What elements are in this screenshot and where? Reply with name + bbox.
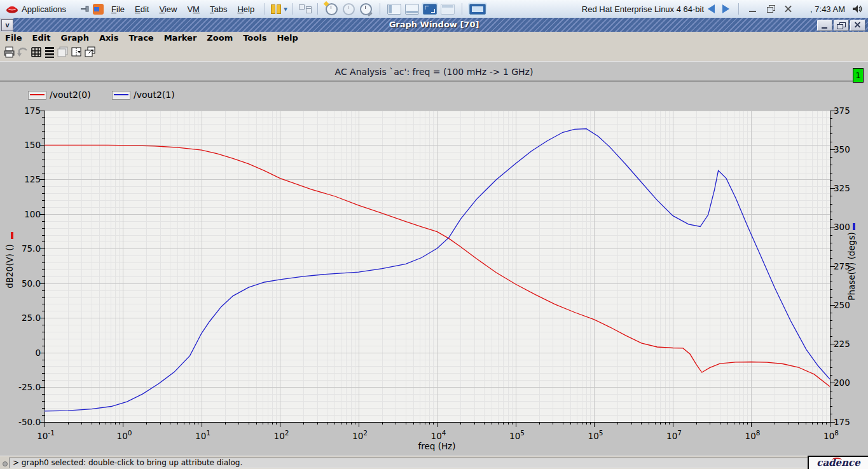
menu-tools[interactable]: Tools bbox=[243, 33, 266, 43]
vm-menubar: FileEditViewVMTabsHelp bbox=[106, 4, 259, 14]
menu-edit[interactable]: Edit bbox=[32, 33, 51, 43]
svg-text:0: 0 bbox=[35, 348, 41, 358]
speaker-icon[interactable] bbox=[851, 4, 863, 14]
window-minimize-button[interactable] bbox=[817, 20, 832, 31]
minimize-icon[interactable] bbox=[747, 4, 759, 14]
menu-zoom[interactable]: Zoom bbox=[207, 33, 233, 43]
vm-menu-tabs[interactable]: Tabs bbox=[210, 4, 227, 14]
grid-icon[interactable] bbox=[29, 45, 43, 58]
window-toolbar: Label bbox=[0, 43, 868, 62]
strips-icon[interactable] bbox=[43, 45, 56, 58]
split-view-icon[interactable] bbox=[70, 45, 83, 58]
title-separator bbox=[0, 81, 853, 81]
workspaces-icon[interactable] bbox=[298, 4, 312, 13]
vm-menu-edit[interactable]: Edit bbox=[135, 4, 149, 14]
redhat-icon[interactable] bbox=[5, 4, 19, 14]
pause-icon[interactable]: ▾ bbox=[270, 4, 287, 14]
new-window-icon[interactable] bbox=[83, 45, 97, 58]
svg-text:Phase(V) (degs): Phase(V) (degs) bbox=[846, 232, 857, 300]
svg-text:10-1: 10-1 bbox=[37, 429, 55, 441]
revert-snapshot-icon[interactable] bbox=[343, 3, 355, 15]
taskbar-clock: , 7:43 AM bbox=[810, 4, 845, 14]
status-handle-icon bbox=[3, 461, 8, 466]
graph-panel[interactable]: 17515012510075.050.025.00-25.0-50.037535… bbox=[0, 61, 868, 456]
window-maximize-button[interactable] bbox=[834, 20, 849, 31]
statusbar: > graph0 selected: double-click to bring… bbox=[0, 456, 868, 469]
legend-label: /vout2(1) bbox=[134, 90, 175, 100]
legend-swatch-0 bbox=[28, 91, 46, 100]
svg-text:150: 150 bbox=[24, 140, 41, 150]
pin-icon[interactable] bbox=[80, 4, 90, 13]
svg-text:50.0: 50.0 bbox=[22, 278, 41, 289]
menu-graph[interactable]: Graph bbox=[60, 33, 88, 43]
applications-menu[interactable]: Applications bbox=[22, 4, 66, 14]
status-message: > graph0 selected: double-click to bring… bbox=[9, 458, 809, 468]
window-close-button[interactable] bbox=[850, 20, 865, 31]
restore-icon[interactable] bbox=[764, 4, 777, 14]
cadence-logo: cadence bbox=[808, 456, 868, 469]
window-menubar: FileEditGraphAxisTraceMarkerZoomToolsHel… bbox=[0, 32, 868, 44]
svg-text:175: 175 bbox=[24, 105, 41, 116]
window-titlebar[interactable]: v Graph Window [70] bbox=[0, 18, 868, 32]
subwindow-badge[interactable]: 1 bbox=[853, 68, 864, 83]
window-title: Graph Window [70] bbox=[0, 20, 868, 29]
menu-help[interactable]: Help bbox=[277, 33, 298, 43]
svg-text:25.0: 25.0 bbox=[22, 313, 41, 323]
take-snapshot-icon[interactable] bbox=[326, 3, 338, 15]
svg-text:105: 105 bbox=[509, 429, 525, 441]
svg-text:-50.0: -50.0 bbox=[18, 417, 41, 427]
vmware-icon[interactable] bbox=[93, 4, 104, 15]
close-icon[interactable] bbox=[782, 4, 795, 14]
show-sidebar-icon[interactable] bbox=[387, 4, 401, 15]
plot-area[interactable]: 17515012510075.050.025.00-25.0-50.037535… bbox=[0, 62, 868, 456]
svg-text:104: 104 bbox=[431, 429, 446, 441]
vm-menu-file[interactable]: File bbox=[111, 4, 125, 14]
screen: Applications FileEditViewVMTabsHelp ▾ Re… bbox=[0, 0, 868, 469]
vm-menu-help[interactable]: Help bbox=[237, 4, 254, 14]
svg-text:125: 125 bbox=[24, 174, 41, 184]
svg-text:225: 225 bbox=[834, 339, 850, 349]
menu-file[interactable]: File bbox=[5, 33, 22, 43]
svg-text:107: 107 bbox=[666, 429, 682, 441]
svg-text:100: 100 bbox=[117, 429, 132, 441]
vm-title: Red Hat Enterprise Linux 4 64-bit bbox=[582, 4, 704, 14]
legend-label: /vout2(0) bbox=[50, 90, 91, 100]
svg-text:freq (Hz): freq (Hz) bbox=[418, 441, 456, 451]
svg-text:200: 200 bbox=[834, 377, 850, 388]
vm-menu-vm[interactable]: VM bbox=[187, 4, 200, 14]
show-summary-icon[interactable] bbox=[441, 4, 455, 15]
manage-snapshots-icon[interactable] bbox=[360, 3, 372, 15]
svg-text:350: 350 bbox=[834, 144, 850, 154]
chart-title: AC Analysis `ac': freq = (100 mHz -> 1 G… bbox=[0, 67, 868, 77]
svg-text:375: 375 bbox=[834, 105, 850, 116]
svg-text:108: 108 bbox=[823, 429, 839, 441]
svg-text:325: 325 bbox=[834, 183, 850, 193]
svg-text:175: 175 bbox=[834, 417, 850, 427]
menu-trace[interactable]: Trace bbox=[129, 33, 154, 43]
menu-marker[interactable]: Marker bbox=[164, 33, 197, 43]
copy-window-icon[interactable] bbox=[56, 45, 69, 58]
svg-text:-25.0: -25.0 bbox=[18, 382, 41, 392]
fullscreen-icon[interactable] bbox=[423, 4, 437, 15]
forward-arrow-icon[interactable] bbox=[722, 4, 729, 13]
svg-text:102: 102 bbox=[352, 429, 368, 441]
menu-axis[interactable]: Axis bbox=[99, 33, 119, 43]
svg-text:108: 108 bbox=[745, 429, 761, 441]
svg-text:dB20(V) (): dB20(V) () bbox=[4, 244, 15, 289]
svg-text:250: 250 bbox=[834, 300, 850, 310]
svg-text:105: 105 bbox=[588, 429, 603, 441]
legend-swatch-1 bbox=[112, 91, 130, 100]
svg-text:101: 101 bbox=[195, 429, 210, 441]
undo-icon[interactable] bbox=[17, 45, 30, 58]
svg-text:300: 300 bbox=[834, 222, 850, 232]
svg-text:75.0: 75.0 bbox=[22, 243, 41, 254]
back-arrow-icon[interactable] bbox=[708, 4, 715, 13]
show-console-icon[interactable] bbox=[405, 4, 419, 15]
vm-menu-view[interactable]: View bbox=[159, 4, 177, 14]
svg-text:102: 102 bbox=[274, 429, 289, 441]
print-icon[interactable] bbox=[3, 45, 16, 58]
svg-text:100: 100 bbox=[24, 209, 41, 219]
unity-icon[interactable] bbox=[469, 4, 486, 15]
taskbar: Applications FileEditViewVMTabsHelp ▾ Re… bbox=[0, 0, 868, 18]
